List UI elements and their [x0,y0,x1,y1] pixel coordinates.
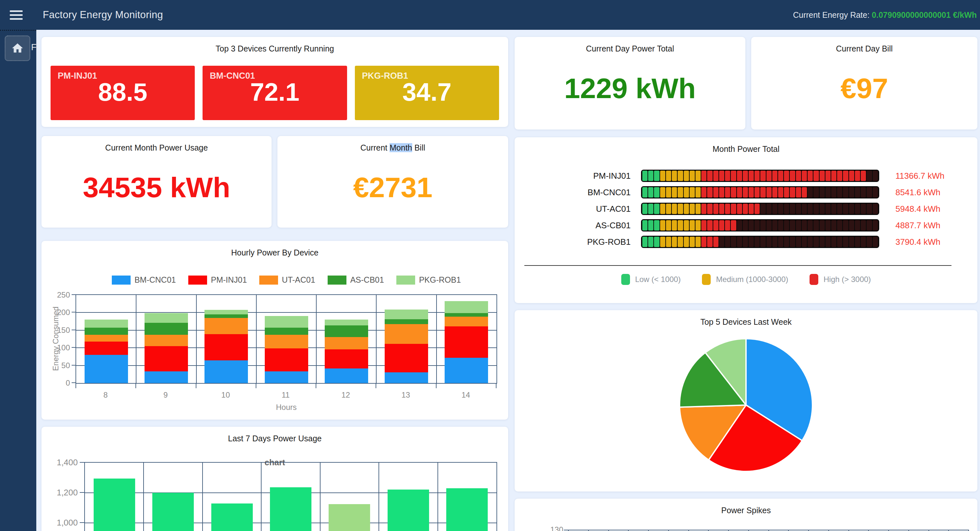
gridline [196,295,197,383]
bar-segment-BM-CNC01[interactable] [84,355,128,383]
bar-segment-UT-AC01[interactable] [84,335,128,342]
legend-item-PM-INJ01[interactable]: PM-INJ01 [188,275,247,285]
bar-segment-PKG-ROB1[interactable] [325,320,368,325]
bar-segment-PKG-ROB1[interactable] [445,301,488,313]
bar-segment [843,187,848,198]
bar-segment-PKG-ROB1[interactable] [385,309,428,319]
bar-segment [654,204,659,214]
x-tickmark [748,530,749,531]
bar-segment-BM-CNC01[interactable] [445,358,488,383]
bar-segment-PKG-ROB1[interactable] [265,316,308,328]
stacked-bar-hour-13[interactable] [385,309,428,383]
bar-segment [760,187,765,198]
bar-segment [678,187,683,198]
bar-segment-AS-CB01[interactable] [445,313,488,317]
bar-segment [654,171,659,181]
bar-segment-UT-AC01[interactable] [325,337,368,349]
y-tick-label: 1,200 [41,488,78,498]
energy-rate-unit: €/kWh [953,10,977,19]
legend-item-AS-CB01[interactable]: AS-CB01 [328,275,384,285]
month-bill-title: Current Month Bill [277,136,508,152]
daily-usage-bar[interactable] [152,493,194,531]
bar-segment [666,187,671,198]
x-tickmark [768,530,769,531]
stacked-bar-hour-8[interactable] [84,320,128,383]
bar-segment [713,171,719,181]
bar-segment [790,171,795,181]
daily-usage-bar[interactable] [388,490,429,531]
bar-segment-UT-AC01[interactable] [205,318,248,334]
bar-segment-PM-INJ01[interactable] [325,349,368,369]
bar-segment-UT-AC01[interactable] [385,324,428,344]
bar-segment [867,220,872,231]
bar-segment-AS-CB01[interactable] [385,319,428,324]
bar-segment-PKG-ROB1[interactable] [145,313,188,323]
y-tickmark [72,347,75,348]
bar-segment [873,187,878,198]
bar-segment-PKG-ROB1[interactable] [84,320,128,328]
bar-segment [660,204,665,214]
stacked-bar-hour-9[interactable] [145,313,188,383]
bar-segment [731,204,736,214]
stacked-bar-hour-12[interactable] [325,320,368,383]
y-tick-label: 1,000 [41,518,78,528]
bar-segment-AS-CB01[interactable] [145,323,188,335]
bar-segment [855,237,860,247]
menu-icon[interactable] [10,10,23,20]
bar-segment [701,187,706,198]
bar-segment [849,220,854,231]
segmented-bar-AS-CB01 [641,219,879,231]
bar-segment [725,204,730,214]
bar-segment-BM-CNC01[interactable] [385,372,428,383]
bar-segment-AS-CB01[interactable] [205,314,248,318]
sidebar-item-home[interactable] [5,35,30,61]
bar-segment-PM-INJ01[interactable] [265,349,308,371]
legend-label: AS-CB01 [350,275,384,285]
daily-usage-bar[interactable] [270,487,312,531]
bar-segment [707,171,712,181]
bar-segment-PM-INJ01[interactable] [205,334,248,361]
daily-usage-bar[interactable] [329,504,370,531]
bar-segment [802,204,807,214]
bar-segment [861,204,866,214]
bar-segment [867,171,872,181]
bar-segment-PKG-ROB1[interactable] [205,310,248,314]
top-navbar: Factory Energy Monitoring Current Energy… [0,0,980,30]
legend-item: Medium (1000-3000) [702,274,788,285]
bar-segment-PM-INJ01[interactable] [445,327,488,358]
x-tickmark [316,384,316,388]
bar-segment-AS-CB01[interactable] [84,328,128,335]
bar-segment-UT-AC01[interactable] [145,335,188,346]
stacked-bar-hour-10[interactable] [205,310,248,383]
bar-segment-BM-CNC01[interactable] [205,360,248,383]
bar-segment-BM-CNC01[interactable] [145,371,188,383]
bar-segment [707,237,712,247]
daily-usage-bar[interactable] [94,479,135,531]
bar-segment [701,204,706,214]
legend-item-PKG-ROB1[interactable]: PKG-ROB1 [396,275,461,285]
legend-item-UT-AC01[interactable]: UT-AC01 [259,275,315,285]
bar-segment-AS-CB01[interactable] [325,325,368,337]
bar-segment-UT-AC01[interactable] [265,335,308,349]
bar-segment-AS-CB01[interactable] [265,328,308,335]
bar-segment-UT-AC01[interactable] [445,317,488,326]
bar-segment [754,237,760,247]
month-power-total-card: Month Power Total PM-INJ0111366.7 kWhBM-… [515,137,977,303]
bar-segment-PM-INJ01[interactable] [145,346,188,371]
legend-item-BM-CNC01[interactable]: BM-CNC01 [112,275,176,285]
bar-segment-BM-CNC01[interactable] [325,368,368,383]
day-power-total-value: 1229 kWh [515,72,745,105]
bar-segment [772,237,778,247]
x-tickmark [256,384,256,388]
bar-segment-BM-CNC01[interactable] [265,371,308,383]
daily-usage-bar[interactable] [211,504,253,531]
stacked-bar-hour-14[interactable] [445,301,488,383]
bar-segment [831,171,837,181]
daily-usage-bar[interactable] [446,488,488,531]
bar-segment [743,171,748,181]
bar-segment [808,187,813,198]
stacked-bar-hour-11[interactable] [265,316,308,383]
bar-segment [849,187,854,198]
bar-segment-PM-INJ01[interactable] [84,342,128,355]
bar-segment-PM-INJ01[interactable] [385,344,428,372]
